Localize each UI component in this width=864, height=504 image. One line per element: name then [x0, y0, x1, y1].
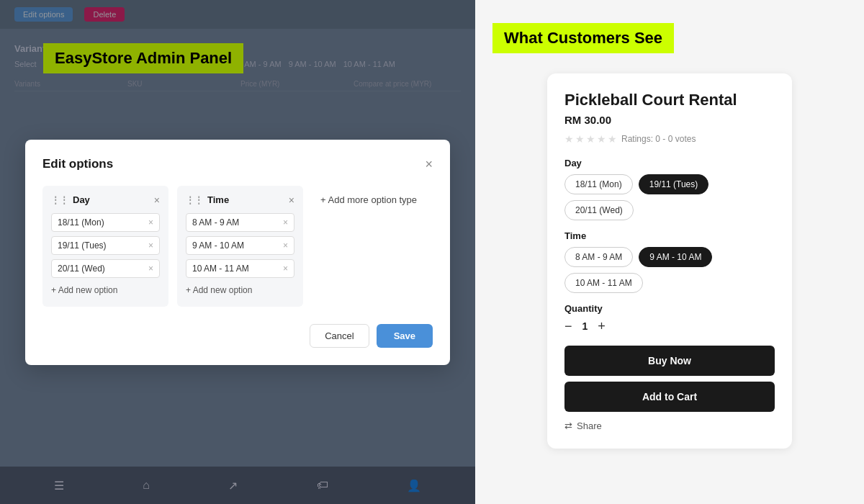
time-add-new-option[interactable]: + Add new option [186, 282, 252, 298]
day-tag-mon-close[interactable]: × [148, 217, 153, 228]
day-drag-icon: ⋮⋮ [51, 195, 68, 205]
time-option-section: Time 8 AM - 9 AM 9 AM - 10 AM 10 AM - 11… [564, 230, 775, 293]
time-tag-9am: 9 AM - 10 AM × [186, 236, 294, 255]
time-column-close[interactable]: × [289, 194, 294, 206]
quantity-control: − 1 + [564, 320, 775, 333]
time-drag-icon: ⋮⋮ [186, 195, 203, 205]
time-chip-10am[interactable]: 10 AM - 11 AM [564, 273, 643, 293]
product-card: Pickleball Court Rental RM 30.00 ★ ★ ★ ★… [547, 73, 792, 449]
day-option-label: Day [564, 158, 775, 168]
time-column-title: ⋮⋮ Time [186, 194, 229, 205]
quantity-value: 1 [582, 320, 588, 332]
day-tag-wed-label: 20/11 (Wed) [58, 264, 105, 274]
ratings-text: Ratings: 0 - 0 votes [621, 134, 696, 144]
day-tag-wed: 20/11 (Wed) × [51, 259, 160, 278]
right-panel: What Customers See Pickleball Court Rent… [475, 0, 864, 504]
day-tag-tues-label: 19/11 (Tues) [58, 240, 107, 251]
star-1: ★ [564, 133, 574, 145]
modal-title: Edit options [42, 157, 113, 171]
cancel-button[interactable]: Cancel [310, 324, 369, 348]
day-tag-mon: 18/11 (Mon) × [51, 213, 160, 232]
save-button[interactable]: Save [377, 324, 433, 348]
quantity-minus-button[interactable]: − [564, 320, 572, 333]
share-icon: ⇄ [564, 420, 572, 431]
time-chip-9am[interactable]: 9 AM - 10 AM [639, 247, 712, 267]
time-tag-9am-close[interactable]: × [283, 240, 288, 251]
ratings-row: ★ ★ ★ ★ ★ Ratings: 0 - 0 votes [564, 133, 775, 145]
quantity-plus-button[interactable]: + [598, 320, 606, 333]
edit-options-modal: Edit options × ⋮⋮ Day × 18/11 (Mon) [25, 140, 450, 365]
day-tag-wed-close[interactable]: × [148, 264, 153, 274]
day-column: ⋮⋮ Day × 18/11 (Mon) × 19/11 (Tues) × [42, 186, 168, 307]
quantity-section: Quantity − 1 + [564, 303, 775, 333]
share-text[interactable]: Share [577, 420, 602, 431]
modal-header: Edit options × [42, 157, 433, 171]
time-tag-9am-label: 9 AM - 10 AM [192, 240, 244, 251]
customer-banner-text: What Customers See [504, 29, 662, 47]
day-chip-mon[interactable]: 18/11 (Mon) [564, 174, 633, 194]
share-row: ⇄ Share [564, 420, 775, 431]
day-tag-mon-label: 18/11 (Mon) [58, 217, 104, 228]
product-title: Pickleball Court Rental [564, 91, 775, 109]
time-tag-8am-close[interactable]: × [283, 217, 288, 228]
modal-body: ⋮⋮ Day × 18/11 (Mon) × 19/11 (Tues) × [42, 186, 433, 307]
add-more-option-type-button[interactable]: + Add more option type [320, 194, 417, 205]
time-tag-10am-label: 10 AM - 11 AM [192, 264, 249, 274]
day-column-close[interactable]: × [154, 194, 160, 206]
time-column: ⋮⋮ Time × 8 AM - 9 AM × 9 AM - 10 AM × [177, 186, 303, 307]
product-price: RM 30.00 [564, 114, 775, 126]
customer-banner: What Customers See [492, 23, 674, 53]
quantity-label: Quantity [564, 303, 775, 314]
add-to-cart-button[interactable]: Add to Cart [564, 382, 775, 412]
time-chips: 8 AM - 9 AM 9 AM - 10 AM 10 AM - 11 AM [564, 247, 775, 293]
day-column-title: ⋮⋮ Day [51, 194, 90, 205]
star-2: ★ [575, 133, 585, 145]
time-column-header: ⋮⋮ Time × [186, 194, 294, 206]
left-panel: Edit options Delete Variants Select All … [0, 0, 475, 504]
day-chip-wed[interactable]: 20/11 (Wed) [564, 200, 634, 220]
star-3: ★ [586, 133, 595, 145]
time-label: Time [207, 194, 229, 205]
time-tag-8am-label: 8 AM - 9 AM [192, 217, 239, 228]
day-chip-tues[interactable]: 19/11 (Tues) [639, 174, 709, 194]
modal-footer: Cancel Save [42, 324, 433, 348]
day-label: Day [73, 194, 90, 205]
stars: ★ ★ ★ ★ ★ [564, 133, 617, 145]
modal-close-button[interactable]: × [425, 158, 433, 171]
modal-overlay: Edit options × ⋮⋮ Day × 18/11 (Mon) [0, 0, 475, 504]
time-tag-8am: 8 AM - 9 AM × [186, 213, 294, 232]
time-tag-10am-close[interactable]: × [283, 264, 288, 274]
day-tag-tues-close[interactable]: × [148, 240, 153, 251]
star-4: ★ [597, 133, 606, 145]
day-add-new-option[interactable]: + Add new option [51, 282, 117, 298]
time-tag-10am: 10 AM - 11 AM × [186, 259, 294, 278]
time-option-label: Time [564, 230, 775, 241]
day-column-header: ⋮⋮ Day × [51, 194, 160, 206]
star-5: ★ [608, 133, 617, 145]
day-chips: 18/11 (Mon) 19/11 (Tues) 20/11 (Wed) [564, 174, 775, 220]
add-more-column: + Add more option type [312, 186, 433, 307]
day-tag-tues: 19/11 (Tues) × [51, 236, 160, 255]
day-option-section: Day 18/11 (Mon) 19/11 (Tues) 20/11 (Wed) [564, 158, 775, 220]
buy-now-button[interactable]: Buy Now [564, 346, 775, 376]
time-chip-8am[interactable]: 8 AM - 9 AM [564, 247, 633, 267]
